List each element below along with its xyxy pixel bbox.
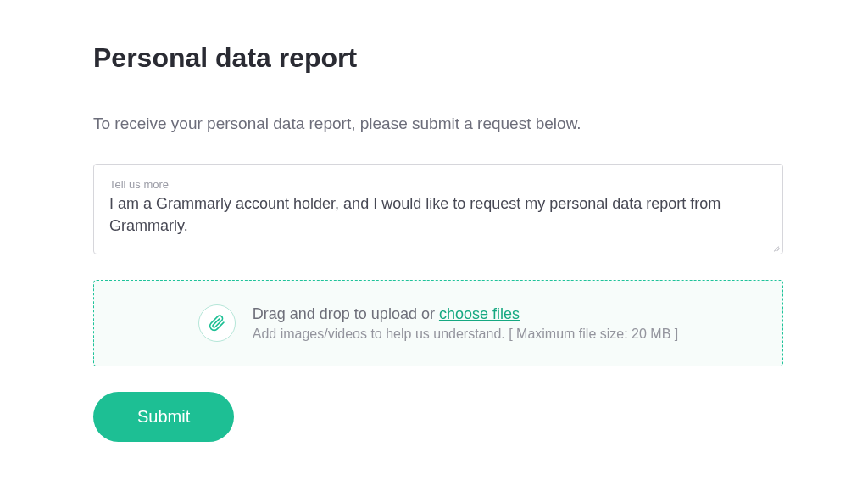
upload-instruction: Drag and drop to upload or choose files — [253, 305, 678, 323]
page-title: Personal data report — [93, 42, 783, 74]
details-textarea-wrapper[interactable]: Tell us more I am a Grammarly account ho… — [93, 164, 783, 254]
submit-button[interactable]: Submit — [93, 392, 234, 442]
details-textarea[interactable]: I am a Grammarly account holder, and I w… — [109, 193, 767, 237]
page-description: To receive your personal data report, pl… — [93, 114, 783, 133]
upload-subtext: Add images/videos to help us understand.… — [253, 327, 678, 342]
upload-prefix: Drag and drop to upload or — [253, 305, 439, 322]
attachment-icon — [198, 304, 236, 342]
textarea-label: Tell us more — [109, 178, 767, 191]
file-upload-area[interactable]: Drag and drop to upload or choose files … — [93, 280, 783, 366]
resize-handle-icon[interactable] — [771, 242, 781, 252]
upload-text-block: Drag and drop to upload or choose files … — [253, 305, 678, 342]
choose-files-link[interactable]: choose files — [439, 305, 520, 322]
